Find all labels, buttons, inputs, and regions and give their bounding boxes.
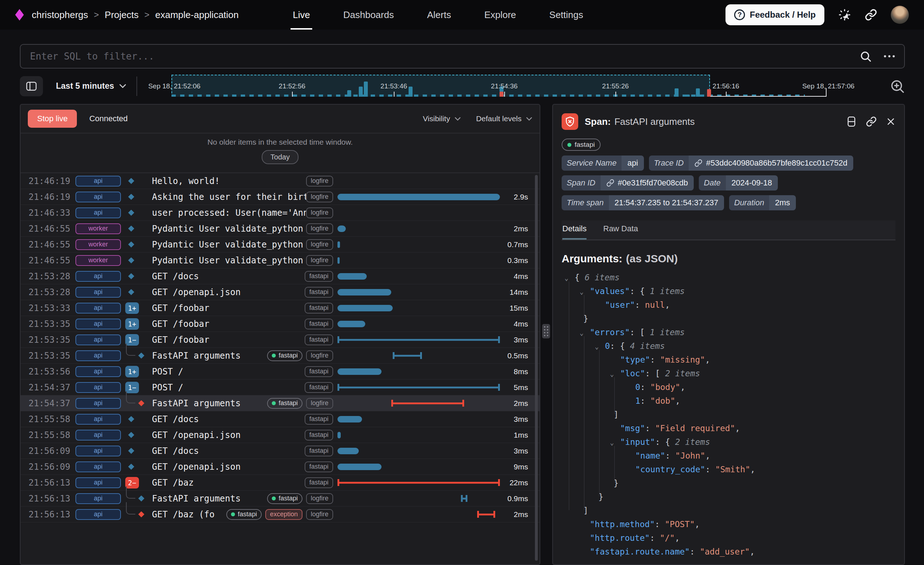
service-tag-api[interactable]: api — [75, 319, 121, 330]
service-tag-api[interactable]: api — [75, 287, 121, 298]
collapse-caret-icon[interactable]: ⌄ — [595, 340, 605, 354]
trace-row[interactable]: 21:53:35api1−GET /foobarfastapi3ms — [21, 332, 540, 348]
trace-row[interactable]: 21:56:09apiGET /openapi.jsonfastapi9ms — [21, 459, 540, 475]
service-tag-api[interactable]: api — [75, 430, 121, 441]
default-levels-dropdown[interactable]: Default levels — [476, 114, 532, 123]
collapse-caret-icon[interactable]: ⌄ — [580, 326, 590, 340]
tag-fastapi[interactable]: fastapi — [304, 287, 333, 298]
service-tag-api[interactable]: api — [75, 509, 121, 520]
user-avatar[interactable] — [891, 6, 909, 24]
nav-explore[interactable]: Explore — [484, 0, 516, 30]
tag-logfire[interactable]: logfire — [306, 509, 333, 520]
tag-fastapi[interactable]: fastapi — [226, 509, 262, 520]
feedback-help-button[interactable]: ? Feedback / Help — [726, 4, 824, 25]
visibility-dropdown[interactable]: Visibility — [423, 114, 460, 123]
service-tag-worker[interactable]: worker — [75, 255, 121, 266]
nav-settings[interactable]: Settings — [549, 0, 583, 30]
trace-row[interactable]: 21:54:37api1−POST /fastapi5ms — [21, 379, 540, 396]
tag-fastapi[interactable]: fastapi — [304, 430, 333, 441]
tag-fastapi[interactable]: fastapi — [304, 319, 333, 330]
tag-fastapi[interactable]: fastapi — [304, 445, 333, 456]
tag-fastapi[interactable]: fastapi — [304, 303, 333, 313]
service-tag-worker[interactable]: worker — [75, 239, 121, 250]
tag-logfire[interactable]: logfire — [306, 255, 333, 266]
stop-live-button[interactable]: Stop live — [28, 110, 77, 128]
tag-logfire[interactable]: logfire — [306, 350, 333, 361]
tag-logfire[interactable]: logfire — [306, 192, 333, 202]
trace-row[interactable]: 21:56:13api2−GET /bazfastapi22ms — [21, 475, 540, 491]
service-tag-api[interactable]: api — [75, 366, 121, 377]
trace-row[interactable]: 21:56:09apiGET /docsfastapi3ms — [21, 443, 540, 459]
trace-row[interactable]: 21:53:56api1+POST /fastapi8ms — [21, 364, 540, 379]
sql-filter-input[interactable] — [30, 51, 860, 62]
service-tag-api[interactable]: api — [75, 414, 121, 425]
timeline-selection[interactable] — [171, 75, 710, 97]
link-icon[interactable] — [606, 179, 614, 187]
tag-logfire[interactable]: logfire — [306, 398, 333, 409]
service-tag-api[interactable]: api — [75, 334, 121, 345]
fastapi-tag[interactable]: fastapi — [562, 139, 601, 151]
tag-fastapi[interactable]: fastapi — [304, 271, 333, 282]
timeline[interactable]: Sep 18, 21:52:0621:52:5621:53:4621:54:36… — [147, 74, 882, 98]
nav-dashboards[interactable]: Dashboards — [343, 0, 394, 30]
theme-toggle-icon[interactable] — [838, 8, 851, 21]
tag-fastapi[interactable]: fastapi — [304, 334, 333, 345]
trace-row[interactable]: 21:56:13apiFastAPI argumentsfastapilogfi… — [21, 491, 540, 507]
service-tag-api[interactable]: api — [75, 462, 121, 472]
logfire-logo-icon[interactable] — [15, 9, 24, 21]
service-tag-api[interactable]: api — [75, 382, 121, 393]
service-tag-worker[interactable]: worker — [75, 223, 121, 234]
sidebar-toggle-button[interactable] — [20, 76, 43, 96]
breadcrumb-org[interactable]: christophergs — [32, 9, 88, 21]
dock-panel-icon[interactable] — [846, 116, 856, 127]
collapse-caret-icon[interactable]: ⌄ — [610, 436, 620, 450]
tag-logfire[interactable]: logfire — [306, 239, 333, 250]
trace-row[interactable]: 21:46:55workerPydantic User validate_pyt… — [21, 253, 540, 268]
tag-fastapi[interactable]: fastapi — [304, 366, 333, 377]
expand-badge[interactable]: 1+ — [125, 318, 139, 330]
trace-row[interactable]: 21:46:19apiHello, world!logfire — [21, 173, 540, 189]
tag-exception[interactable]: exception — [265, 509, 303, 520]
trace-row[interactable]: 21:55:58apiGET /openapi.jsonfastapi1ms — [21, 427, 540, 443]
collapse-caret-icon[interactable]: ⌄ — [564, 271, 574, 285]
tag-logfire[interactable]: logfire — [306, 176, 333, 187]
more-menu-icon[interactable] — [884, 55, 895, 57]
trace-row[interactable]: 21:53:33api1+GET /foobarfastapi15ms — [21, 300, 540, 316]
tag-fastapi[interactable]: fastapi — [267, 398, 303, 409]
trace-row[interactable]: 21:53:28apiGET /docsfastapi4ms — [21, 268, 540, 284]
tag-fastapi[interactable]: fastapi — [267, 493, 303, 504]
service-tag-api[interactable]: api — [75, 398, 121, 409]
zoom-in-icon[interactable] — [890, 79, 905, 94]
trace-row[interactable]: 21:46:33apiuser processed: User(name='An… — [21, 205, 540, 221]
breadcrumb-project[interactable]: example-application — [155, 9, 238, 21]
today-button[interactable]: Today — [262, 150, 298, 164]
collapse-caret-icon[interactable]: ⌄ — [610, 367, 620, 381]
trace-row[interactable]: 21:53:35api1+GET /foobarfastapi4ms — [21, 316, 540, 332]
tab-raw-data[interactable]: Raw Data — [603, 224, 638, 240]
service-tag-api[interactable]: api — [75, 176, 121, 187]
trace-row[interactable]: 21:54:37apiFastAPI argumentsfastapilogfi… — [21, 396, 540, 411]
meta-value[interactable]: #0e31f5fd70e08cdb — [601, 175, 694, 190]
trace-row[interactable]: 21:46:55workerPydantic User validate_pyt… — [21, 221, 540, 237]
tag-logfire[interactable]: logfire — [306, 207, 333, 218]
share-link-icon[interactable] — [865, 9, 877, 21]
trace-row[interactable]: 21:55:58apiGET /docsfastapi3ms — [21, 411, 540, 427]
tag-fastapi[interactable]: fastapi — [304, 477, 333, 488]
nav-live[interactable]: Live — [293, 0, 310, 30]
expand-badge[interactable]: 1+ — [125, 366, 139, 378]
service-tag-api[interactable]: api — [75, 477, 121, 488]
tag-logfire[interactable]: logfire — [306, 223, 333, 234]
service-tag-api[interactable]: api — [75, 350, 121, 361]
panel-splitter-handle[interactable] — [542, 324, 550, 339]
close-icon[interactable] — [886, 117, 896, 126]
service-tag-api[interactable]: api — [75, 271, 121, 282]
trace-row[interactable]: 21:46:55workerPydantic User validate_pyt… — [21, 237, 540, 253]
meta-value[interactable]: #53ddc40980a86b57bfe89c1cc01c752d — [688, 156, 853, 171]
copy-link-icon[interactable] — [866, 116, 877, 127]
service-tag-api[interactable]: api — [75, 207, 121, 218]
trace-row[interactable]: 21:53:28apiGET /openapi.jsonfastapi14ms — [21, 284, 540, 300]
nav-alerts[interactable]: Alerts — [427, 0, 451, 30]
service-tag-api[interactable]: api — [75, 445, 121, 456]
tag-fastapi[interactable]: fastapi — [304, 462, 333, 472]
service-tag-api[interactable]: api — [75, 192, 121, 202]
